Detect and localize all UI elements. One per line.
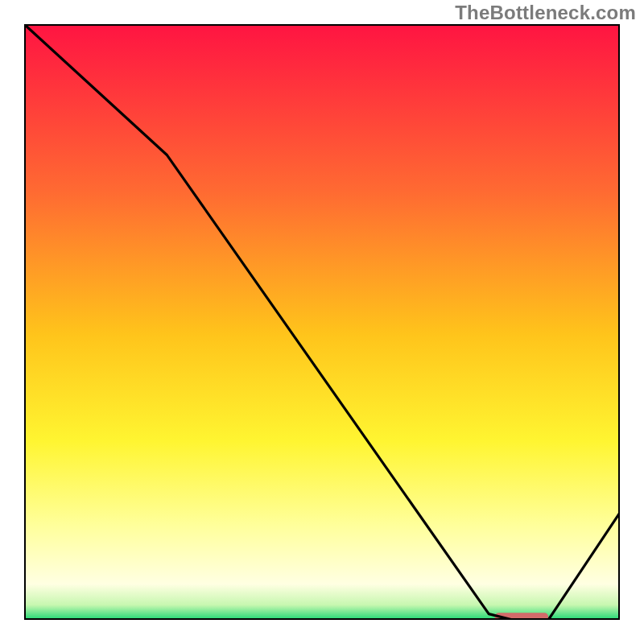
chart-stage: TheBottleneck.com [0, 0, 644, 644]
bottleneck-plot [24, 24, 620, 620]
watermark-text: TheBottleneck.com [455, 2, 636, 24]
gradient-background [24, 24, 620, 620]
